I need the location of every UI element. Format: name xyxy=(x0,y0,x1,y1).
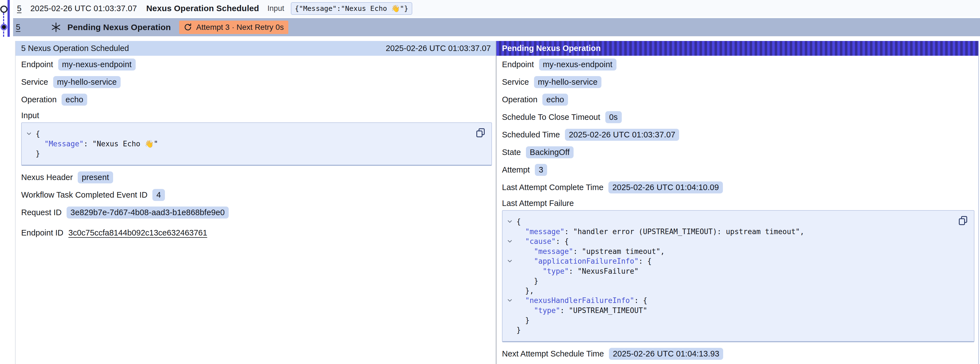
chevron-down-icon[interactable] xyxy=(26,131,32,137)
field-service: Service my-hello-service xyxy=(21,73,492,91)
json-key: "type" xyxy=(534,306,560,316)
field-label: Operation xyxy=(502,95,537,104)
field-nexus-header: Nexus Header present xyxy=(21,169,492,186)
field-label: Scheduled Time xyxy=(502,130,560,139)
retry-badge-text: Attempt 3 · Next Retry 0s xyxy=(196,23,283,32)
timeline-active-bar xyxy=(8,0,10,37)
event-detail-timestamp: 2025-02-26 UTC 01:03:37.07 xyxy=(386,44,491,53)
json-line: } xyxy=(507,276,955,286)
json-value: } xyxy=(517,325,521,335)
field-value-badge: 4 xyxy=(153,189,165,201)
field-state: State BackingOff xyxy=(502,144,974,161)
field-value-badge: 2025-02-26 UTC 01:04:13.93 xyxy=(609,348,723,360)
field-schedule-to-close-timeout: Schedule To Close Timeout 0s xyxy=(502,109,974,126)
field-value-badge: my-hello-service xyxy=(534,76,601,88)
pending-operation-header: Pending Nexus Operation xyxy=(496,41,978,56)
code-gutter xyxy=(507,286,517,296)
field-last-attempt-complete-time: Last Attempt Complete Time 2025-02-26 UT… xyxy=(502,179,974,196)
json-line: "type": "NexusFailure" xyxy=(507,267,955,276)
pending-event-id-link[interactable]: 5 xyxy=(16,22,51,32)
pending-operation-panel: Pending Nexus Operation Endpoint my-nexu… xyxy=(496,41,979,364)
code-gutter xyxy=(507,247,517,256)
code-gutter xyxy=(507,325,517,335)
collapse-toggle[interactable] xyxy=(507,296,517,306)
event-title: Nexus Operation Scheduled xyxy=(146,4,259,13)
code-gutter xyxy=(507,306,517,316)
collapse-toggle[interactable] xyxy=(26,129,36,139)
event-row-pending-nexus-operation[interactable]: 5 Pending Nexus Operation Attempt 3 · Ne… xyxy=(13,18,980,36)
field-attempt: Attempt 3 xyxy=(502,161,974,179)
copy-button[interactable] xyxy=(475,128,486,138)
chevron-down-icon[interactable] xyxy=(507,239,512,244)
event-timestamp: 2025-02-26 UTC 01:03:37.07 xyxy=(30,4,146,13)
field-value-badge: echo xyxy=(542,94,568,105)
collapse-toggle[interactable] xyxy=(507,217,517,227)
pending-asterisk-icon xyxy=(51,22,61,33)
json-key: "cause" xyxy=(525,236,556,247)
event-input-label: Input xyxy=(267,4,284,13)
json-value: } xyxy=(534,276,538,286)
json-value: : "UPSTREAM_TIMEOUT" xyxy=(560,306,648,316)
copy-button[interactable] xyxy=(958,215,968,226)
field-label: Service xyxy=(502,77,529,87)
collapse-toggle[interactable] xyxy=(507,256,517,267)
json-line: { xyxy=(26,129,472,139)
field-endpoint: Endpoint my-nexus-endpoint xyxy=(502,56,974,73)
failure-json-viewer: { "message": "handler error (UPSTREAM_TI… xyxy=(502,210,974,342)
field-label: Schedule To Close Timeout xyxy=(502,113,600,122)
json-line: } xyxy=(507,316,955,325)
chevron-down-icon[interactable] xyxy=(507,298,512,303)
json-value: }, xyxy=(525,286,534,296)
field-value-badge: 3e829b7e-7d67-4b08-aad3-b1e868bfe9e0 xyxy=(67,206,229,219)
field-label: Workflow Task Completed Event ID xyxy=(21,190,147,200)
json-value: { xyxy=(517,217,521,227)
event-input-preview-badge[interactable]: {"Message":"Nexus Echo 👋"} xyxy=(291,2,412,15)
json-value: : "NexusFailure" xyxy=(569,267,638,276)
field-value-badge: 2025-02-26 UTC 01:04:10.09 xyxy=(608,182,722,193)
code-gutter xyxy=(507,227,517,236)
chevron-down-icon[interactable] xyxy=(507,259,512,264)
field-value-badge: present xyxy=(78,171,113,184)
event-history-view: 5 2025-02-26 UTC 01:03:37.07 Nexus Opera… xyxy=(0,0,980,364)
json-value: : "Nexus Echo 👋" xyxy=(84,139,158,149)
json-key: "nexusHandlerFailureInfo" xyxy=(525,296,634,306)
field-label: Endpoint ID xyxy=(21,228,64,238)
timeline-event-dot-icon xyxy=(0,6,8,13)
field-operation: Operation echo xyxy=(502,91,974,109)
json-line: { xyxy=(507,217,955,227)
pending-event-title: Pending Nexus Operation xyxy=(67,22,171,32)
event-row-nexus-operation-scheduled[interactable]: 5 2025-02-26 UTC 01:03:37.07 Nexus Opera… xyxy=(13,0,980,17)
json-line: "message": "handler error (UPSTREAM_TIME… xyxy=(507,227,955,236)
field-service: Service my-hello-service xyxy=(502,73,974,91)
field-endpoint: Endpoint my-nexus-endpoint xyxy=(21,56,492,73)
event-detail-panel: 5 Nexus Operation Scheduled 2025-02-26 U… xyxy=(15,41,496,364)
code-gutter xyxy=(26,149,36,159)
retry-icon xyxy=(184,23,192,32)
field-label: Last Attempt Complete Time xyxy=(502,183,603,192)
field-label: Next Attempt Schedule Time xyxy=(502,349,604,358)
field-scheduled-time: Scheduled Time 2025-02-26 UTC 01:03:37.0… xyxy=(502,126,974,144)
json-value: : "upstream timeout", xyxy=(573,247,665,256)
field-label: Service xyxy=(21,77,48,87)
endpoint-id-link[interactable]: 3c0c75ccfa8144b092c13ce632463761 xyxy=(68,228,207,238)
json-line: }, xyxy=(507,286,955,296)
field-request-id: Request ID 3e829b7e-7d67-4b08-aad3-b1e86… xyxy=(21,204,492,221)
code-gutter xyxy=(507,276,517,286)
event-id-link[interactable]: 5 xyxy=(17,4,30,13)
field-value-badge: my-nexus-endpoint xyxy=(539,59,616,70)
json-value: : { xyxy=(634,296,648,306)
collapse-toggle[interactable] xyxy=(507,236,517,247)
json-value: } xyxy=(525,316,530,325)
code-gutter xyxy=(26,139,36,149)
field-label: Nexus Header xyxy=(21,173,73,182)
json-line: "applicationFailureInfo": { xyxy=(507,256,955,267)
field-label: Endpoint xyxy=(21,60,53,69)
json-line: } xyxy=(26,149,472,159)
field-value-badge: BackingOff xyxy=(526,146,574,158)
json-line: "message": "upstream timeout", xyxy=(507,247,955,256)
chevron-down-icon[interactable] xyxy=(507,219,512,224)
field-label: Endpoint xyxy=(502,60,534,69)
field-value-badge: 0s xyxy=(605,111,622,123)
event-detail-title: 5 Nexus Operation Scheduled xyxy=(21,44,129,53)
field-value-badge: 2025-02-26 UTC 01:03:37.07 xyxy=(565,129,679,141)
